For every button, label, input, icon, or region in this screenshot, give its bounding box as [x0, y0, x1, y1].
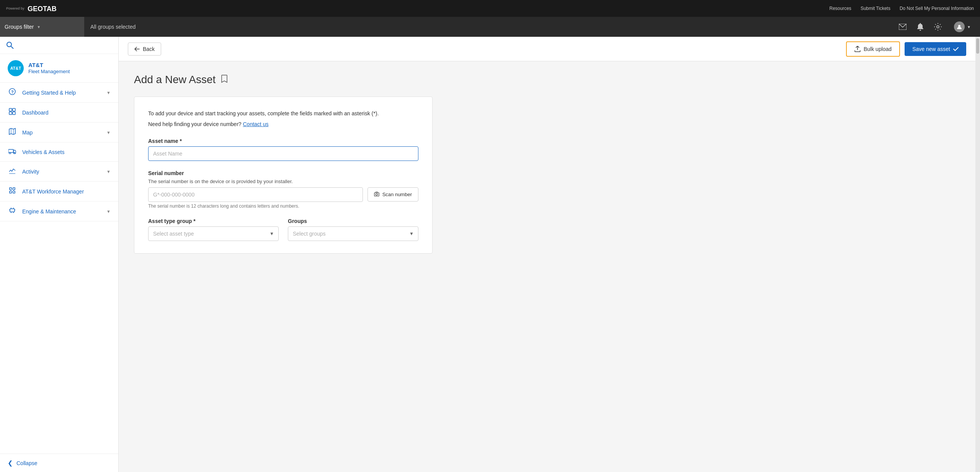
user-menu-button[interactable]: ▼ [951, 20, 974, 34]
back-button-label: Back [143, 46, 155, 52]
bookmark-icon[interactable] [221, 75, 228, 85]
sidebar-item-att-workforce[interactable]: AT&T Workforce Manager [0, 182, 118, 202]
serial-number-row: Scan number [148, 187, 418, 202]
sidebar-brand-text: AT&T Fleet Management [28, 61, 70, 75]
header-actions: Bulk upload Save new asset [846, 41, 966, 57]
content-body: Add a New Asset To add your device and s… [119, 61, 975, 472]
contact-us-link[interactable]: Contact us [243, 121, 269, 127]
sidebar-search-area [0, 37, 118, 54]
asset-name-group: Asset name * [148, 138, 418, 161]
scan-number-button[interactable]: Scan number [368, 187, 418, 202]
save-label: Save new asset [912, 46, 950, 52]
att-workforce-label: AT&T Workforce Manager [22, 188, 111, 195]
search-icon-wrap[interactable] [6, 41, 112, 49]
groups-filter-label: Groups filter [5, 24, 34, 30]
svg-point-5 [7, 42, 11, 47]
groups-filter-bar: Groups filter ▼ All groups selected [0, 17, 980, 37]
bell-icon [917, 23, 923, 31]
getting-started-chevron-icon: ▼ [106, 90, 111, 95]
camera-icon [374, 192, 379, 197]
top-bar-right: Resources Submit Tickets Do Not Sell My … [830, 6, 974, 11]
sidebar-item-dashboard[interactable]: Dashboard [0, 103, 118, 123]
brand-subtitle: Fleet Management [28, 69, 70, 75]
page-title-row: Add a New Asset [134, 74, 960, 86]
activity-label: Activity [22, 169, 101, 175]
right-scrollbar[interactable] [975, 37, 980, 472]
sidebar-item-engine-maintenance[interactable]: Engine & Maintenance ▼ [0, 202, 118, 221]
help-circle-icon: ? [8, 88, 17, 97]
asset-name-input[interactable] [148, 146, 418, 161]
geotab-logo-svg: GEOTAB [28, 4, 66, 13]
user-avatar [954, 21, 965, 32]
collapse-arrow-icon: ❮ [8, 459, 13, 467]
settings-icon-button[interactable] [933, 21, 943, 32]
sidebar-item-map[interactable]: Map ▼ [0, 123, 118, 143]
svg-text:?: ? [11, 90, 14, 94]
right-scrollbar-thumb[interactable] [976, 38, 979, 54]
do-not-sell-link[interactable]: Do Not Sell My Personal Information [900, 6, 974, 11]
svg-rect-10 [13, 108, 15, 111]
sidebar-collapse-button[interactable]: ❮ Collapse [0, 454, 118, 472]
map-chevron-icon: ▼ [106, 130, 111, 135]
content-header: Back Bulk upload Save new asset [119, 37, 975, 61]
page-title: Add a New Asset [134, 74, 216, 86]
collapse-label: Collapse [16, 460, 37, 466]
top-nav-bar: Powered by GEOTAB Resources Submit Ticke… [0, 0, 980, 17]
engine-maintenance-chevron-icon: ▼ [106, 209, 111, 214]
serial-number-group: Serial number The serial number is on th… [148, 170, 418, 209]
checkmark-icon [953, 47, 959, 51]
svg-text:GEOTAB: GEOTAB [28, 5, 57, 13]
svg-point-18 [14, 152, 15, 154]
sidebar-item-activity[interactable]: Activity ▼ [0, 162, 118, 182]
groups-label: Groups [288, 218, 418, 224]
help-prefix: Need help finding your device number? [148, 121, 242, 127]
svg-rect-12 [13, 112, 15, 115]
save-new-asset-button[interactable]: Save new asset [905, 42, 966, 56]
bulk-upload-button[interactable]: Bulk upload [846, 41, 900, 57]
asset-type-group: Asset type group * Select asset type ▼ [148, 218, 279, 241]
sidebar-item-vehicles-assets[interactable]: Vehicles & Assets [0, 143, 118, 162]
svg-rect-27 [374, 193, 379, 196]
form-row-two: Asset type group * Select asset type ▼ G… [148, 218, 418, 241]
notifications-icon-button[interactable] [916, 21, 925, 32]
content-area: Back Bulk upload Save new asset [119, 37, 975, 472]
scan-number-label: Scan number [382, 192, 412, 197]
sidebar: AT&T AT&T Fleet Management ? Getting Sta… [0, 37, 119, 472]
mail-icon [899, 24, 906, 30]
form-help-text: Need help finding your device number? Co… [148, 120, 418, 128]
submit-tickets-link[interactable]: Submit Tickets [861, 6, 890, 11]
groups-filter-button[interactable]: Groups filter ▼ [0, 17, 84, 37]
svg-point-17 [9, 152, 11, 154]
serial-number-input[interactable] [148, 187, 363, 202]
back-button[interactable]: Back [128, 43, 161, 56]
dashboard-icon [8, 108, 17, 117]
truck-icon [8, 148, 17, 156]
form-card: To add your device and start tracking yo… [134, 97, 433, 254]
sidebar-item-getting-started[interactable]: ? Getting Started & Help ▼ [0, 83, 118, 103]
vehicles-assets-label: Vehicles & Assets [22, 149, 111, 155]
serial-number-label: Serial number [148, 170, 418, 176]
back-arrow-icon [134, 47, 140, 51]
sidebar-brand-section: AT&T AT&T Fleet Management [0, 54, 118, 83]
activity-chevron-icon: ▼ [106, 169, 111, 174]
mail-icon-button[interactable] [897, 22, 908, 31]
serial-hint-text: The serial number is 12 characters long … [148, 203, 418, 209]
gear-icon [934, 23, 942, 31]
puzzle-icon [8, 187, 17, 196]
groups-bar-icons: ▼ [897, 20, 980, 34]
asset-type-select[interactable]: Select asset type [148, 226, 279, 241]
asset-type-select-wrap: Select asset type ▼ [148, 226, 279, 241]
groups-select[interactable]: Select groups [288, 226, 418, 241]
asset-type-label: Asset type group * [148, 218, 279, 224]
groups-field-group: Groups Select groups ▼ [288, 218, 418, 241]
svg-point-28 [376, 193, 377, 195]
map-label: Map [22, 129, 101, 136]
getting-started-label: Getting Started & Help [22, 90, 101, 96]
svg-marker-13 [9, 128, 15, 134]
resources-link[interactable]: Resources [830, 6, 851, 11]
asset-name-label: Asset name * [148, 138, 418, 144]
groups-selected-text: All groups selected [84, 24, 897, 30]
svg-rect-9 [9, 108, 12, 111]
svg-rect-16 [8, 149, 13, 152]
main-layout: AT&T AT&T Fleet Management ? Getting Sta… [0, 37, 980, 472]
